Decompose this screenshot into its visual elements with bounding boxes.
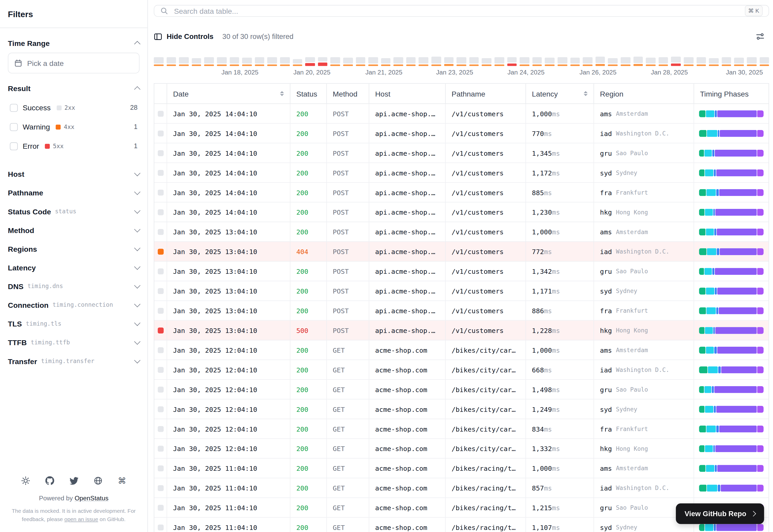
table-row[interactable]: Jan 30, 2025 13:04:10200POSTapi.acme-sho… [154, 301, 769, 321]
table-row[interactable]: Jan 30, 2025 12:04:10200GETacme-shop.com… [154, 419, 769, 439]
checkbox[interactable] [10, 123, 18, 131]
row-select-indicator[interactable] [157, 367, 163, 373]
chart-bar[interactable] [230, 53, 239, 66]
table-row[interactable]: Jan 30, 2025 14:04:10200POSTapi.acme-sho… [154, 104, 769, 124]
date-picker-trigger[interactable]: Pick a date [8, 53, 139, 73]
chart-bar[interactable] [154, 53, 163, 66]
row-select-indicator[interactable] [157, 446, 163, 452]
section-result[interactable]: Result [8, 79, 139, 97]
chart-bar[interactable] [722, 53, 731, 66]
table-row[interactable]: Jan 30, 2025 14:04:10200POSTapi.acme-sho… [154, 124, 769, 143]
twitter-icon[interactable] [69, 476, 79, 486]
chart-bar[interactable] [520, 53, 529, 66]
table-row[interactable]: Jan 30, 2025 13:04:10200POSTapi.acme-sho… [154, 262, 769, 281]
chart-bar[interactable] [545, 53, 554, 66]
chart-bar[interactable] [419, 53, 428, 66]
chart-bar[interactable] [621, 53, 630, 66]
table-row[interactable]: Jan 30, 2025 14:04:10200POSTapi.acme-sho… [154, 163, 769, 183]
sidebar-section-dns[interactable]: DNStiming.dns [8, 277, 139, 296]
row-select-indicator[interactable] [157, 347, 163, 353]
chart-bar[interactable] [280, 53, 290, 66]
chart-bar[interactable] [356, 53, 365, 66]
row-select-indicator[interactable] [157, 150, 163, 156]
chart-bar[interactable] [760, 53, 769, 66]
hide-controls-button[interactable]: Hide Controls [154, 32, 214, 40]
table-row[interactable]: Jan 30, 2025 11:04:10200GETacme-shop.com… [154, 459, 769, 478]
chart-bar[interactable] [696, 53, 706, 66]
sidebar-section-status-code[interactable]: Status Codestatus [8, 202, 139, 221]
chart-bar[interactable] [532, 53, 542, 66]
chart-bar[interactable] [494, 53, 504, 66]
chart-bar[interactable] [507, 53, 517, 66]
chart-bar[interactable] [305, 53, 315, 66]
row-select-indicator[interactable] [157, 504, 163, 510]
chart-bar[interactable] [633, 53, 643, 66]
chart-bar[interactable] [646, 53, 656, 66]
row-select-indicator[interactable] [157, 327, 163, 333]
chart-bar[interactable] [608, 53, 618, 66]
openstatus-link[interactable]: OpenStatus [74, 494, 108, 502]
table-row[interactable]: Jan 30, 2025 13:04:10200POSTapi.acme-sho… [154, 222, 769, 242]
row-select-indicator[interactable] [157, 229, 163, 235]
row-select-indicator[interactable] [157, 268, 163, 274]
column-header-date[interactable]: Date [167, 84, 290, 104]
sidebar-section-latency[interactable]: Latency [8, 258, 139, 277]
table-row[interactable]: Jan 30, 2025 12:04:10200GETacme-shop.com… [154, 399, 769, 419]
sidebar-section-connection[interactable]: Connectiontiming.connection [8, 296, 139, 314]
table-row[interactable]: Jan 30, 2025 14:04:10200POSTapi.acme-sho… [154, 183, 769, 202]
sidebar-section-transfer[interactable]: Transfertiming.transfer [8, 352, 139, 370]
row-select-indicator[interactable] [157, 248, 163, 254]
chart-bar[interactable] [444, 53, 453, 66]
chart-bar[interactable] [570, 53, 580, 66]
result-option-error[interactable]: Error5xx1 [8, 137, 139, 156]
chart-bar[interactable] [166, 53, 176, 66]
chart-bar[interactable] [217, 53, 227, 66]
chart-bar[interactable] [192, 53, 201, 66]
row-select-indicator[interactable] [157, 426, 163, 432]
chart-bar[interactable] [293, 53, 302, 66]
chart-bar[interactable] [747, 53, 756, 66]
chart-bar[interactable] [558, 53, 567, 66]
chart-bar[interactable] [368, 53, 378, 66]
row-select-indicator[interactable] [157, 209, 163, 215]
sidebar-section-method[interactable]: Method [8, 221, 139, 239]
open-issue-link[interactable]: open an issue [64, 516, 98, 522]
chart-bar[interactable] [469, 53, 479, 66]
chart-bar[interactable] [242, 53, 252, 66]
view-options-button[interactable] [751, 28, 769, 45]
chart-bar[interactable] [457, 53, 466, 66]
sidebar-section-ttfb[interactable]: TTFBtiming.ttfb [8, 333, 139, 352]
sidebar-section-regions[interactable]: Regions [8, 239, 139, 258]
chart-bar[interactable] [343, 53, 353, 66]
table-row[interactable]: Jan 30, 2025 13:04:10404POSTapi.acme-sho… [154, 242, 769, 262]
command-icon[interactable]: ⌘ [117, 476, 127, 486]
chart-bar[interactable] [406, 53, 416, 66]
chart-bar[interactable] [318, 53, 328, 66]
row-select-indicator[interactable] [157, 288, 163, 294]
search-input[interactable] [173, 6, 740, 16]
chart-bar[interactable] [330, 53, 340, 66]
row-select-indicator[interactable] [157, 130, 163, 136]
row-select-indicator[interactable] [157, 111, 163, 117]
sidebar-section-tls[interactable]: TLStiming.tls [8, 314, 139, 333]
sidebar-section-host[interactable]: Host [8, 165, 139, 183]
row-select-indicator[interactable] [157, 465, 163, 471]
checkbox[interactable] [10, 142, 18, 150]
chart-bar[interactable] [179, 53, 188, 66]
table-row[interactable]: Jan 30, 2025 14:04:10200POSTapi.acme-sho… [154, 202, 769, 222]
table-row[interactable]: Jan 30, 2025 12:04:10200GETacme-shop.com… [154, 360, 769, 380]
table-row[interactable]: Jan 30, 2025 11:04:10200GETacme-shop.com… [154, 478, 769, 498]
row-select-indicator[interactable] [157, 485, 163, 491]
row-select-indicator[interactable] [157, 170, 163, 176]
section-time-range[interactable]: Time Range [8, 34, 139, 52]
chart-bar[interactable] [381, 53, 390, 66]
view-github-repo-button[interactable]: View GitHub Repo [676, 503, 764, 524]
chart-bar[interactable] [659, 53, 668, 66]
github-icon[interactable] [45, 476, 54, 486]
row-select-indicator[interactable] [157, 386, 163, 392]
result-option-warning[interactable]: Warning4xx1 [8, 117, 139, 137]
row-select-indicator[interactable] [157, 189, 163, 195]
column-header-latency[interactable]: Latency [526, 84, 594, 104]
table-row[interactable]: Jan 30, 2025 13:04:10200POSTapi.acme-sho… [154, 281, 769, 301]
chart-bar[interactable] [709, 53, 719, 66]
